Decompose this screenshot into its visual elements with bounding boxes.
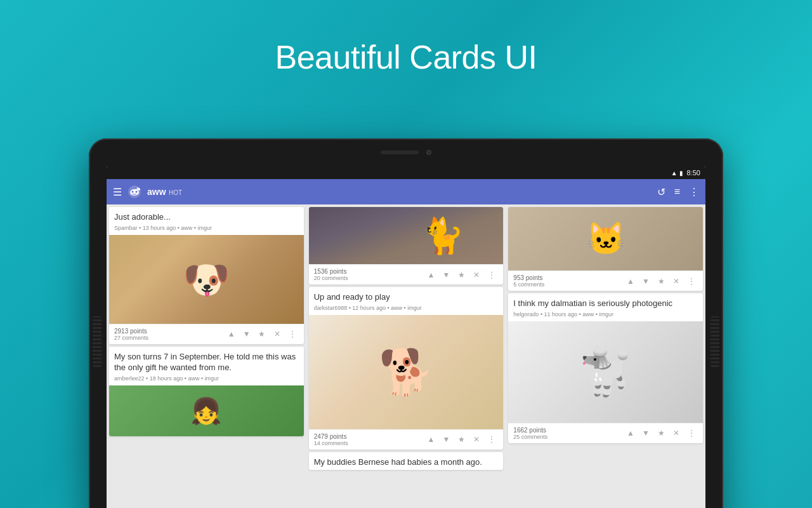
tablet-top-bar <box>89 138 723 166</box>
card-image-child[interactable] <box>109 385 304 436</box>
card-points-cat: 953 points 5 comments <box>513 274 622 288</box>
toolbar-subreddit: aww HOT <box>147 186 657 197</box>
card-points-puppy: 2479 points 14 comments <box>314 433 422 446</box>
status-icons: ▲ ▮ <box>671 170 683 177</box>
downvote-button-5[interactable]: ▼ <box>639 427 652 439</box>
page-title: Beautiful Cards UI <box>0 38 812 76</box>
card-image-puppy[interactable] <box>309 315 504 429</box>
subreddit-sort: HOT <box>169 189 182 196</box>
cards-container: Just adorable... Spambar • 13 hours ago … <box>107 204 705 508</box>
card-meta-dalmatian: helgorado • 11 hours ago • aww • imgur <box>508 311 703 321</box>
card-up-ready: Up and ready to play darkstar6988 • 12 h… <box>309 287 504 450</box>
downvote-button[interactable]: ▼ <box>240 328 253 340</box>
card-title-upready: Up and ready to play <box>309 287 504 305</box>
svg-point-5 <box>137 187 138 189</box>
more-icon[interactable]: ⋮ <box>689 186 699 198</box>
star-button[interactable]: ★ <box>256 328 268 340</box>
card-title-bernese: My buddies Bernese had babies a month ag… <box>309 452 504 470</box>
card-cat: 953 points 5 comments ▲ ▼ ★ ✕ ⋮ <box>508 207 703 291</box>
upvote-button[interactable]: ▲ <box>225 328 238 340</box>
tablet-device: ▲ ▮ 8:50 ☰ aww HOT <box>89 138 723 508</box>
downvote-button-2[interactable]: ▼ <box>440 269 452 281</box>
tablet-screen: ▲ ▮ 8:50 ☰ aww HOT <box>107 166 705 508</box>
cards-column-1: Just adorable... Spambar • 13 hours ago … <box>107 204 306 508</box>
tablet-camera <box>426 150 431 155</box>
subreddit-name: aww <box>147 187 166 197</box>
upvote-button-4[interactable]: ▲ <box>624 275 637 288</box>
hide-button[interactable]: ✕ <box>271 328 284 340</box>
app-toolbar: ☰ aww HOT ↺ ≡ ⋮ <box>107 179 705 204</box>
status-bar-time: 8:50 <box>687 169 700 177</box>
star-button-2[interactable]: ★ <box>455 269 468 281</box>
downvote-button-3[interactable]: ▼ <box>440 433 452 446</box>
card-points-cats: 1536 points 20 comments <box>314 268 422 281</box>
upvote-button-3[interactable]: ▲ <box>424 433 437 446</box>
card-actions-dalmatian: 1662 points 25 comments ▲ ▼ ★ ✕ ⋮ <box>508 423 703 443</box>
card-title-adorable: Just adorable... <box>109 207 304 225</box>
card-actions-cat: 953 points 5 comments ▲ ▼ ★ ✕ ⋮ <box>508 271 703 291</box>
card-top-image: 1536 points 20 comments ▲ ▼ ★ ✕ ⋮ <box>309 207 504 284</box>
card-just-adorable: Just adorable... Spambar • 13 hours ago … <box>109 207 304 344</box>
hide-button-2[interactable]: ✕ <box>470 269 483 281</box>
more-button[interactable]: ⋮ <box>286 328 299 340</box>
card-points-adorable: 2913 points 27 comments <box>114 328 223 341</box>
star-button-5[interactable]: ★ <box>655 427 667 439</box>
refresh-icon[interactable]: ↺ <box>657 186 665 198</box>
card-actions-adorable: 2913 points 27 comments ▲ ▼ ★ ✕ ⋮ <box>109 324 304 344</box>
cards-column-3: 953 points 5 comments ▲ ▼ ★ ✕ ⋮ I think … <box>506 204 705 508</box>
more-button-4[interactable]: ⋮ <box>685 275 698 288</box>
card-meta-son: amberlee22 • 18 hours ago • aww • imgur <box>109 375 304 385</box>
card-dalmatian: I think my dalmatian is seriously photog… <box>508 293 703 443</box>
upvote-button-2[interactable]: ▲ <box>424 269 437 281</box>
card-meta-adorable: Spambar • 13 hours ago • aww • imgur <box>109 225 304 235</box>
menu-icon[interactable]: ☰ <box>113 186 122 198</box>
card-title-dalmatian: I think my dalmatian is seriously photog… <box>508 293 703 311</box>
card-actions-puppy: 2479 points 14 comments ▲ ▼ ★ ✕ ⋮ <box>309 429 504 450</box>
card-title-son: My son turns 7 in September. He told me … <box>109 347 304 375</box>
svg-point-2 <box>132 191 134 193</box>
more-button-3[interactable]: ⋮ <box>485 433 498 446</box>
card-bernese: My buddies Bernese had babies a month ag… <box>309 452 504 470</box>
card-points-dalmatian: 1662 points 25 comments <box>513 427 622 440</box>
wifi-icon: ▲ <box>671 170 678 177</box>
hide-button-4[interactable]: ✕ <box>670 275 683 288</box>
left-speaker <box>93 316 102 367</box>
downvote-button-4[interactable]: ▼ <box>639 275 652 288</box>
card-image-dalmatian[interactable] <box>508 321 703 423</box>
card-son-september: My son turns 7 in September. He told me … <box>109 347 304 436</box>
card-image-cats[interactable] <box>309 207 504 264</box>
tablet-speaker <box>381 150 419 154</box>
card-image-dogs[interactable] <box>109 235 304 324</box>
card-image-cat[interactable] <box>508 207 703 271</box>
right-speaker <box>710 316 719 367</box>
upvote-button-5[interactable]: ▲ <box>624 427 637 439</box>
star-button-4[interactable]: ★ <box>655 275 667 288</box>
filter-icon[interactable]: ≡ <box>674 186 680 197</box>
svg-point-3 <box>136 191 138 193</box>
reddit-logo <box>127 184 142 199</box>
more-button-2[interactable]: ⋮ <box>485 269 498 281</box>
toolbar-actions: ↺ ≡ ⋮ <box>657 186 699 198</box>
hide-button-3[interactable]: ✕ <box>470 433 483 446</box>
battery-icon: ▮ <box>679 170 683 177</box>
card-actions-cats: 1536 points 20 comments ▲ ▼ ★ ✕ ⋮ <box>309 264 504 284</box>
more-button-5[interactable]: ⋮ <box>685 427 698 439</box>
hide-button-5[interactable]: ✕ <box>670 427 683 439</box>
status-bar: ▲ ▮ 8:50 <box>107 166 705 179</box>
cards-column-2: 1536 points 20 comments ▲ ▼ ★ ✕ ⋮ Up and… <box>306 204 506 508</box>
card-meta-upready: darkstar6988 • 12 hours ago • aww • imgu… <box>309 305 504 315</box>
star-button-3[interactable]: ★ <box>455 433 468 446</box>
